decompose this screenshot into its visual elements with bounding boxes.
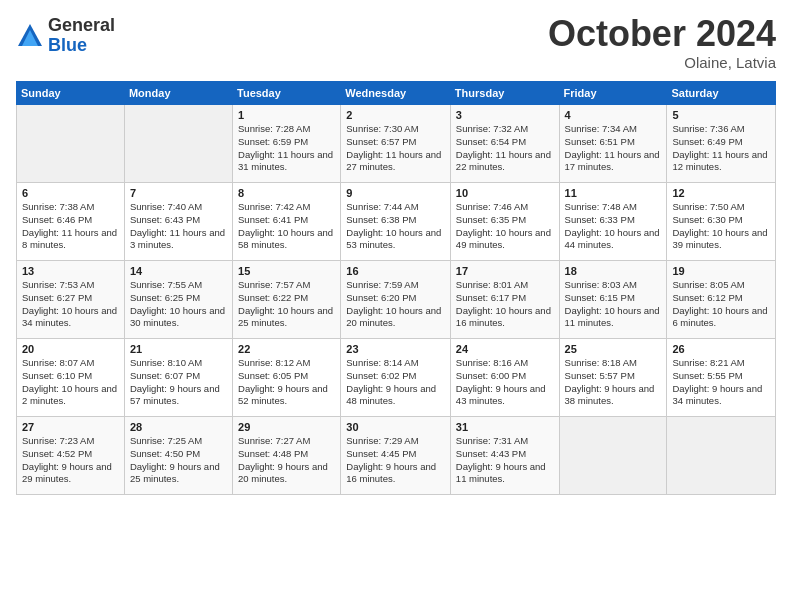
day-number: 5 [672, 109, 770, 121]
location: Olaine, Latvia [548, 54, 776, 71]
calendar-cell: 26Sunrise: 8:21 AMSunset: 5:55 PMDayligh… [667, 339, 776, 417]
day-info: Sunrise: 7:30 AMSunset: 6:57 PMDaylight:… [346, 123, 445, 174]
day-info: Sunrise: 7:40 AMSunset: 6:43 PMDaylight:… [130, 201, 227, 252]
day-number: 28 [130, 421, 227, 433]
calendar-cell: 23Sunrise: 8:14 AMSunset: 6:02 PMDayligh… [341, 339, 451, 417]
empty-cell [559, 417, 667, 495]
day-number: 23 [346, 343, 445, 355]
header: General Blue October 2024 Olaine, Latvia [16, 16, 776, 71]
calendar-cell: 7Sunrise: 7:40 AMSunset: 6:43 PMDaylight… [124, 183, 232, 261]
day-number: 4 [565, 109, 662, 121]
day-number: 19 [672, 265, 770, 277]
calendar-cell: 17Sunrise: 8:01 AMSunset: 6:17 PMDayligh… [450, 261, 559, 339]
day-number: 24 [456, 343, 554, 355]
header-saturday: Saturday [667, 82, 776, 105]
day-info: Sunrise: 7:34 AMSunset: 6:51 PMDaylight:… [565, 123, 662, 174]
day-info: Sunrise: 8:07 AMSunset: 6:10 PMDaylight:… [22, 357, 119, 408]
day-info: Sunrise: 8:01 AMSunset: 6:17 PMDaylight:… [456, 279, 554, 330]
day-number: 26 [672, 343, 770, 355]
day-info: Sunrise: 7:31 AMSunset: 4:43 PMDaylight:… [456, 435, 554, 486]
day-number: 31 [456, 421, 554, 433]
day-info: Sunrise: 7:27 AMSunset: 4:48 PMDaylight:… [238, 435, 335, 486]
title-block: October 2024 Olaine, Latvia [548, 16, 776, 71]
calendar-week-row: 1Sunrise: 7:28 AMSunset: 6:59 PMDaylight… [17, 105, 776, 183]
day-number: 12 [672, 187, 770, 199]
calendar-cell: 20Sunrise: 8:07 AMSunset: 6:10 PMDayligh… [17, 339, 125, 417]
empty-cell [17, 105, 125, 183]
day-info: Sunrise: 7:28 AMSunset: 6:59 PMDaylight:… [238, 123, 335, 174]
calendar-cell: 1Sunrise: 7:28 AMSunset: 6:59 PMDaylight… [233, 105, 341, 183]
day-number: 25 [565, 343, 662, 355]
day-number: 22 [238, 343, 335, 355]
calendar-table: Sunday Monday Tuesday Wednesday Thursday… [16, 81, 776, 495]
calendar-week-row: 20Sunrise: 8:07 AMSunset: 6:10 PMDayligh… [17, 339, 776, 417]
calendar-cell: 13Sunrise: 7:53 AMSunset: 6:27 PMDayligh… [17, 261, 125, 339]
calendar-cell: 27Sunrise: 7:23 AMSunset: 4:52 PMDayligh… [17, 417, 125, 495]
header-monday: Monday [124, 82, 232, 105]
day-number: 2 [346, 109, 445, 121]
day-number: 8 [238, 187, 335, 199]
day-number: 30 [346, 421, 445, 433]
day-info: Sunrise: 7:38 AMSunset: 6:46 PMDaylight:… [22, 201, 119, 252]
calendar-week-row: 6Sunrise: 7:38 AMSunset: 6:46 PMDaylight… [17, 183, 776, 261]
month-title: October 2024 [548, 16, 776, 52]
day-number: 13 [22, 265, 119, 277]
day-info: Sunrise: 8:03 AMSunset: 6:15 PMDaylight:… [565, 279, 662, 330]
day-info: Sunrise: 8:18 AMSunset: 5:57 PMDaylight:… [565, 357, 662, 408]
day-info: Sunrise: 7:29 AMSunset: 4:45 PMDaylight:… [346, 435, 445, 486]
logo-text: General Blue [48, 16, 115, 56]
day-number: 9 [346, 187, 445, 199]
day-number: 20 [22, 343, 119, 355]
calendar-page: General Blue October 2024 Olaine, Latvia… [0, 0, 792, 612]
logo: General Blue [16, 16, 115, 56]
day-number: 1 [238, 109, 335, 121]
day-info: Sunrise: 7:55 AMSunset: 6:25 PMDaylight:… [130, 279, 227, 330]
calendar-cell: 14Sunrise: 7:55 AMSunset: 6:25 PMDayligh… [124, 261, 232, 339]
day-info: Sunrise: 7:44 AMSunset: 6:38 PMDaylight:… [346, 201, 445, 252]
day-info: Sunrise: 7:53 AMSunset: 6:27 PMDaylight:… [22, 279, 119, 330]
day-info: Sunrise: 8:21 AMSunset: 5:55 PMDaylight:… [672, 357, 770, 408]
header-thursday: Thursday [450, 82, 559, 105]
day-number: 14 [130, 265, 227, 277]
calendar-cell: 30Sunrise: 7:29 AMSunset: 4:45 PMDayligh… [341, 417, 451, 495]
header-sunday: Sunday [17, 82, 125, 105]
calendar-cell: 12Sunrise: 7:50 AMSunset: 6:30 PMDayligh… [667, 183, 776, 261]
day-info: Sunrise: 7:50 AMSunset: 6:30 PMDaylight:… [672, 201, 770, 252]
calendar-cell: 31Sunrise: 7:31 AMSunset: 4:43 PMDayligh… [450, 417, 559, 495]
calendar-cell: 9Sunrise: 7:44 AMSunset: 6:38 PMDaylight… [341, 183, 451, 261]
calendar-cell: 24Sunrise: 8:16 AMSunset: 6:00 PMDayligh… [450, 339, 559, 417]
day-info: Sunrise: 7:32 AMSunset: 6:54 PMDaylight:… [456, 123, 554, 174]
day-number: 27 [22, 421, 119, 433]
day-info: Sunrise: 7:36 AMSunset: 6:49 PMDaylight:… [672, 123, 770, 174]
header-tuesday: Tuesday [233, 82, 341, 105]
calendar-cell: 29Sunrise: 7:27 AMSunset: 4:48 PMDayligh… [233, 417, 341, 495]
header-wednesday: Wednesday [341, 82, 451, 105]
empty-cell [124, 105, 232, 183]
day-number: 15 [238, 265, 335, 277]
header-friday: Friday [559, 82, 667, 105]
day-number: 29 [238, 421, 335, 433]
calendar-cell: 21Sunrise: 8:10 AMSunset: 6:07 PMDayligh… [124, 339, 232, 417]
calendar-cell: 28Sunrise: 7:25 AMSunset: 4:50 PMDayligh… [124, 417, 232, 495]
calendar-cell: 8Sunrise: 7:42 AMSunset: 6:41 PMDaylight… [233, 183, 341, 261]
day-info: Sunrise: 7:23 AMSunset: 4:52 PMDaylight:… [22, 435, 119, 486]
calendar-cell: 4Sunrise: 7:34 AMSunset: 6:51 PMDaylight… [559, 105, 667, 183]
day-info: Sunrise: 7:59 AMSunset: 6:20 PMDaylight:… [346, 279, 445, 330]
calendar-cell: 2Sunrise: 7:30 AMSunset: 6:57 PMDaylight… [341, 105, 451, 183]
weekday-header-row: Sunday Monday Tuesday Wednesday Thursday… [17, 82, 776, 105]
logo-icon [16, 22, 44, 50]
day-number: 3 [456, 109, 554, 121]
logo-blue-label: Blue [48, 36, 115, 56]
day-number: 21 [130, 343, 227, 355]
day-info: Sunrise: 7:46 AMSunset: 6:35 PMDaylight:… [456, 201, 554, 252]
day-info: Sunrise: 8:10 AMSunset: 6:07 PMDaylight:… [130, 357, 227, 408]
day-info: Sunrise: 8:16 AMSunset: 6:00 PMDaylight:… [456, 357, 554, 408]
calendar-week-row: 13Sunrise: 7:53 AMSunset: 6:27 PMDayligh… [17, 261, 776, 339]
day-info: Sunrise: 7:42 AMSunset: 6:41 PMDaylight:… [238, 201, 335, 252]
calendar-cell: 3Sunrise: 7:32 AMSunset: 6:54 PMDaylight… [450, 105, 559, 183]
day-number: 17 [456, 265, 554, 277]
calendar-cell: 25Sunrise: 8:18 AMSunset: 5:57 PMDayligh… [559, 339, 667, 417]
day-info: Sunrise: 8:05 AMSunset: 6:12 PMDaylight:… [672, 279, 770, 330]
day-info: Sunrise: 8:14 AMSunset: 6:02 PMDaylight:… [346, 357, 445, 408]
day-info: Sunrise: 7:57 AMSunset: 6:22 PMDaylight:… [238, 279, 335, 330]
